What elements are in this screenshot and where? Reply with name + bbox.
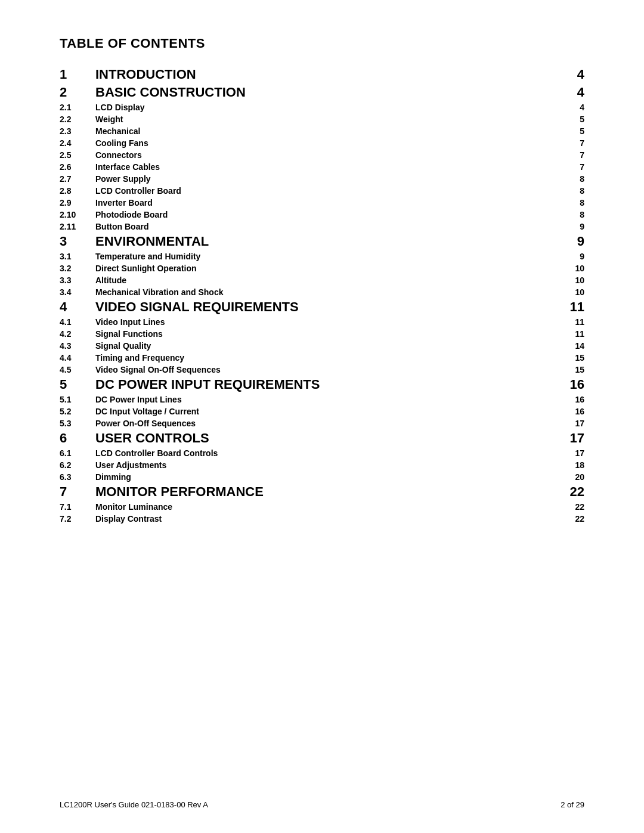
subsection-title: Power Supply: [95, 173, 543, 185]
subsection-page: 15: [555, 364, 584, 376]
subsection-page: 11: [555, 316, 584, 328]
toc-subsection-row: 2.1LCD Display4: [60, 101, 584, 113]
subsection-number: 6.3: [60, 471, 95, 483]
subsection-page: 22: [555, 513, 584, 525]
subsection-title: Temperature and Humidity: [95, 250, 543, 262]
section-number: 4: [60, 298, 95, 316]
subsection-title: Timing and Frequency: [95, 352, 543, 364]
toc-subsection-row: 5.3Power On-Off Sequences17: [60, 417, 584, 429]
toc-subsection-row: 2.9Inverter Board8: [60, 197, 584, 209]
subsection-page: 8: [555, 197, 584, 209]
toc-section-row: 4VIDEO SIGNAL REQUIREMENTS11: [60, 298, 584, 316]
toc-section-row: 1INTRODUCTION4: [60, 66, 584, 83]
toc-subsection-row: 7.1Monitor Luminance22: [60, 501, 584, 513]
toc-subsection-row: 6.1LCD Controller Board Controls17: [60, 447, 584, 459]
subsection-page: 4: [555, 101, 584, 113]
section-page: 22: [555, 483, 584, 501]
toc-subsection-row: 3.4Mechanical Vibration and Shock10: [60, 286, 584, 298]
subsection-number: 2.4: [60, 137, 95, 149]
section-title: BASIC CONSTRUCTION: [95, 83, 543, 101]
subsection-title: Interface Cables: [95, 161, 543, 173]
toc-subsection-row: 2.7Power Supply8: [60, 173, 584, 185]
subsection-title: Signal Functions: [95, 328, 543, 340]
subsection-page: 8: [555, 209, 584, 221]
toc-subsection-row: 6.3Dimming20: [60, 471, 584, 483]
subsection-number: 3.2: [60, 262, 95, 274]
subsection-number: 2.5: [60, 149, 95, 161]
subsection-number: 6.2: [60, 459, 95, 471]
section-page: 9: [555, 233, 584, 250]
subsection-page: 9: [555, 250, 584, 262]
section-page: 16: [555, 376, 584, 394]
subsection-page: 7: [555, 149, 584, 161]
subsection-page: 10: [555, 286, 584, 298]
section-title: MONITOR PERFORMANCE: [95, 483, 543, 501]
toc-subsection-row: 3.1Temperature and Humidity9: [60, 250, 584, 262]
footer-left: LC1200R User's Guide 021-0183-00 Rev A: [60, 800, 208, 809]
subsection-page: 8: [555, 173, 584, 185]
subsection-page: 8: [555, 185, 584, 197]
toc-subsection-row: 4.4Timing and Frequency15: [60, 352, 584, 364]
subsection-title: Inverter Board: [95, 197, 543, 209]
subsection-number: 5.1: [60, 394, 95, 405]
subsection-number: 4.2: [60, 328, 95, 340]
subsection-title: User Adjustments: [95, 459, 543, 471]
subsection-page: 10: [555, 274, 584, 286]
toc-subsection-row: 5.2DC Input Voltage / Current16: [60, 405, 584, 417]
footer-right: 2 of 29: [561, 800, 584, 809]
subsection-page: 7: [555, 161, 584, 173]
section-page: 11: [555, 298, 584, 316]
subsection-page: 10: [555, 262, 584, 274]
subsection-page: 5: [555, 125, 584, 137]
section-number: 6: [60, 429, 95, 447]
toc-section-row: 6USER CONTROLS17: [60, 429, 584, 447]
subsection-title: LCD Controller Board Controls: [95, 447, 543, 459]
toc-subsection-row: 2.5Connectors7: [60, 149, 584, 161]
subsection-title: Video Input Lines: [95, 316, 543, 328]
subsection-number: 2.8: [60, 185, 95, 197]
toc-section-row: 5DC POWER INPUT REQUIREMENTS16: [60, 376, 584, 394]
subsection-title: Connectors: [95, 149, 543, 161]
toc-subsection-row: 2.10Photodiode Board8: [60, 209, 584, 221]
subsection-title: Cooling Fans: [95, 137, 543, 149]
subsection-title: Direct Sunlight Operation: [95, 262, 543, 274]
subsection-title: DC Input Voltage / Current: [95, 405, 543, 417]
subsection-page: 17: [555, 417, 584, 429]
section-title: ENVIRONMENTAL: [95, 233, 543, 250]
subsection-page: 15: [555, 352, 584, 364]
subsection-page: 5: [555, 113, 584, 125]
section-title: USER CONTROLS: [95, 429, 543, 447]
section-page: 4: [555, 83, 584, 101]
subsection-number: 6.1: [60, 447, 95, 459]
subsection-number: 2.7: [60, 173, 95, 185]
subsection-page: 20: [555, 471, 584, 483]
subsection-title: Video Signal On-Off Sequences: [95, 364, 543, 376]
subsection-number: 4.3: [60, 340, 95, 352]
section-page: 4: [555, 66, 584, 83]
subsection-number: 2.11: [60, 221, 95, 233]
section-number: 1: [60, 66, 95, 83]
subsection-number: 7.2: [60, 513, 95, 525]
section-number: 5: [60, 376, 95, 394]
subsection-title: Photodiode Board: [95, 209, 543, 221]
toc-section-row: 3ENVIRONMENTAL9: [60, 233, 584, 250]
subsection-title: Mechanical Vibration and Shock: [95, 286, 543, 298]
subsection-number: 2.6: [60, 161, 95, 173]
subsection-number: 4.1: [60, 316, 95, 328]
toc-subsection-row: 4.2Signal Functions11: [60, 328, 584, 340]
subsection-page: 17: [555, 447, 584, 459]
subsection-number: 2.10: [60, 209, 95, 221]
subsection-number: 7.1: [60, 501, 95, 513]
toc-subsection-row: 2.3Mechanical5: [60, 125, 584, 137]
page-container: TABLE OF CONTENTS 1INTRODUCTION42BASIC C…: [0, 0, 644, 833]
subsection-number: 2.2: [60, 113, 95, 125]
section-number: 7: [60, 483, 95, 501]
subsection-number: 5.2: [60, 405, 95, 417]
toc-section-row: 7MONITOR PERFORMANCE22: [60, 483, 584, 501]
subsection-title: Button Board: [95, 221, 543, 233]
subsection-number: 3.1: [60, 250, 95, 262]
subsection-number: 5.3: [60, 417, 95, 429]
subsection-number: 2.1: [60, 101, 95, 113]
subsection-title: Weight: [95, 113, 543, 125]
toc-subsection-row: 6.2User Adjustments18: [60, 459, 584, 471]
